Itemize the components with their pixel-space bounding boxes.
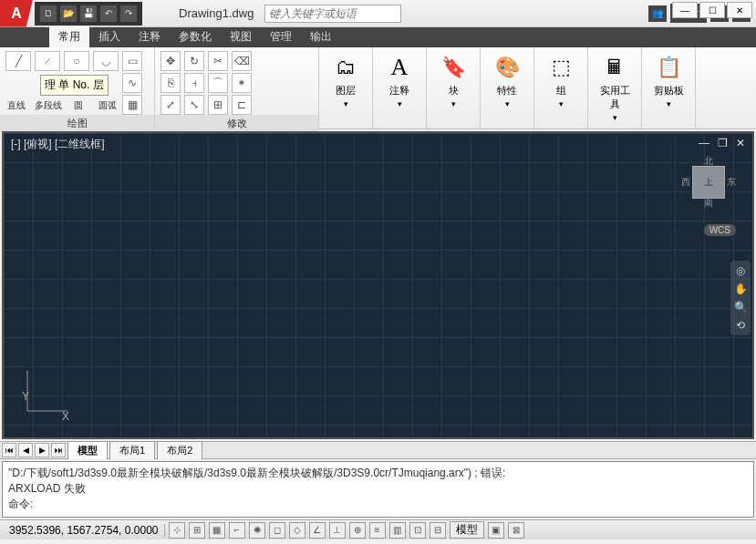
spline-icon[interactable]: ∿: [122, 73, 142, 93]
circle-icon[interactable]: ○: [64, 51, 89, 71]
new-icon[interactable]: 🗋: [40, 5, 57, 22]
app-logo[interactable]: A: [0, 0, 33, 27]
nav-zoom-icon[interactable]: 🔍: [734, 301, 748, 313]
open-icon[interactable]: 📂: [60, 5, 77, 22]
scale-icon[interactable]: ⤡: [184, 95, 204, 115]
arc-icon[interactable]: ◡: [93, 51, 119, 71]
lwt-icon[interactable]: ≡: [369, 522, 386, 539]
aux1-icon[interactable]: ▣: [488, 522, 504, 539]
otrack-icon[interactable]: ∠: [309, 522, 326, 539]
panel-draw-label: 绘图: [0, 115, 154, 132]
aux2-icon[interactable]: ⊠: [508, 522, 524, 539]
fillet-icon[interactable]: ⌒: [208, 73, 228, 93]
viewport-close-icon[interactable]: ✕: [734, 137, 747, 149]
ribbon: ╱ 直线 ⟋ 多段线 ○ 圆 ◡ 圆弧 ▭ ∿ ▦ 绘图 ✥: [0, 47, 756, 129]
block-icon: 🔖: [439, 53, 468, 82]
canvas-grid: [4, 133, 752, 437]
array-icon[interactable]: ⊞: [208, 95, 228, 115]
tab-next-icon[interactable]: ▶: [35, 443, 49, 457]
3dosnap-icon[interactable]: ◇: [289, 522, 306, 539]
nav-wheel-icon[interactable]: ◎: [736, 264, 745, 277]
polyline-icon[interactable]: ⟋: [35, 51, 60, 71]
qp-icon[interactable]: ⊡: [409, 522, 426, 539]
hatch-icon[interactable]: ▦: [122, 95, 142, 115]
ducs-icon[interactable]: ⊥: [329, 522, 346, 539]
grid-icon[interactable]: ⊞: [189, 522, 205, 539]
tab-first-icon[interactable]: ⏮: [2, 443, 16, 457]
rect-icon[interactable]: ▭: [122, 51, 142, 71]
offset-icon[interactable]: ⊏: [232, 95, 252, 115]
copy-icon[interactable]: ⎘: [161, 73, 181, 93]
nav-pan-icon[interactable]: ✋: [734, 282, 748, 295]
command-line: "D:/下载/soft1/3d3s9.0最新全模块破解版/3d3s9.0最新全模…: [8, 466, 748, 481]
quick-access-toolbar: 🗋 📂 💾 ↶ ↷: [35, 2, 142, 26]
polar-icon[interactable]: ✺: [249, 522, 265, 539]
tab-annotate[interactable]: 注释: [129, 26, 170, 47]
minimize-button[interactable]: —: [672, 2, 698, 18]
osnap-icon[interactable]: ◻: [269, 522, 285, 539]
layout-tab-model[interactable]: 模型: [67, 441, 108, 459]
title-bar: A 🗋 📂 💾 ↶ ↷ Drawing1.dwg 👥 登录 X ?: [0, 0, 756, 27]
calculator-icon: 🖩: [600, 53, 629, 82]
command-line: ARXLOAD 失败: [8, 481, 748, 497]
nav-orbit-icon[interactable]: ⟲: [736, 319, 745, 332]
redo-icon[interactable]: ↷: [120, 5, 137, 22]
tab-last-icon[interactable]: ⏭: [51, 443, 66, 457]
model-space-button[interactable]: 模型: [450, 521, 484, 539]
text-icon: A: [385, 53, 414, 82]
wcs-badge[interactable]: WCS: [704, 224, 736, 236]
ucs-icon: Y X: [20, 364, 75, 421]
search-go-icon[interactable]: 👥: [648, 5, 667, 22]
search-input[interactable]: [264, 5, 401, 23]
clipboard-icon: 📋: [654, 53, 683, 82]
move-icon[interactable]: ✥: [161, 51, 181, 71]
tab-output[interactable]: 输出: [301, 26, 341, 47]
coordinates[interactable]: 3952.5396, 1567.2754, 0.0000: [4, 524, 165, 537]
viewcube[interactable]: 北 南 东 西 上: [681, 155, 736, 210]
mirror-icon[interactable]: ⫞: [184, 73, 204, 93]
properties-button[interactable]: 🎨特性▾: [486, 51, 528, 110]
annotate-button[interactable]: A注释▾: [378, 51, 420, 110]
layer-icon: 🗂: [331, 53, 360, 82]
viewport-minimize-icon[interactable]: —: [698, 137, 710, 149]
viewport-label[interactable]: [-] [俯视] [二维线框]: [11, 137, 105, 152]
line-icon[interactable]: ╱: [5, 51, 31, 71]
panel-modify-label: 修改: [155, 115, 318, 132]
viewcube-face[interactable]: 上: [692, 166, 725, 199]
erase-icon[interactable]: ⌫: [232, 51, 252, 71]
ortho-icon[interactable]: ⌐: [229, 522, 245, 539]
layout-tab-2[interactable]: 布局2: [157, 441, 202, 459]
rotate-icon[interactable]: ↻: [184, 51, 204, 71]
maximize-button[interactable]: ☐: [699, 2, 725, 18]
layout-tabs: ⏮ ◀ ▶ ⏭ 模型 布局1 布局2: [0, 441, 756, 459]
command-window[interactable]: "D:/下载/soft1/3d3s9.0最新全模块破解版/3d3s9.0最新全模…: [2, 461, 754, 518]
tab-prev-icon[interactable]: ◀: [18, 443, 33, 457]
close-button[interactable]: ✕: [727, 2, 752, 18]
tab-home[interactable]: 常用: [49, 26, 89, 47]
grid2-icon[interactable]: ▦: [209, 522, 225, 539]
trim-icon[interactable]: ✂: [208, 51, 228, 71]
tab-parametric[interactable]: 参数化: [170, 26, 221, 47]
layer-button[interactable]: 🗂图层▾: [325, 51, 367, 110]
status-bar: 3952.5396, 1567.2754, 0.0000 ⊹ ⊞ ▦ ⌐ ✺ ◻…: [0, 519, 756, 539]
group-icon: ⬚: [546, 53, 575, 82]
undo-icon[interactable]: ↶: [100, 5, 117, 22]
tab-manage[interactable]: 管理: [261, 26, 301, 47]
utilities-button[interactable]: 🖩实用工具▾: [594, 51, 636, 124]
clipboard-button[interactable]: 📋剪贴板▾: [647, 51, 689, 110]
navigation-bar: ◎ ✋ 🔍 ⟲: [730, 261, 751, 335]
dyn-icon[interactable]: ⊕: [349, 522, 366, 539]
snap-icon[interactable]: ⊹: [169, 522, 185, 539]
layout-tab-1[interactable]: 布局1: [109, 441, 155, 459]
sc-icon[interactable]: ⊟: [430, 522, 446, 539]
save-icon[interactable]: 💾: [80, 5, 97, 22]
tpy-icon[interactable]: ▥: [389, 522, 406, 539]
tab-view[interactable]: 视图: [221, 26, 261, 47]
explode-icon[interactable]: ✴: [232, 73, 252, 93]
tab-insert[interactable]: 插入: [89, 26, 129, 47]
drawing-canvas[interactable]: [-] [俯视] [二维线框] — ❐ ✕ 北 南 东 西 上 WCS ◎ ✋ …: [2, 131, 754, 439]
stretch-icon[interactable]: ⤢: [161, 95, 181, 115]
block-button[interactable]: 🔖块▾: [432, 51, 474, 110]
viewport-restore-icon[interactable]: ❐: [716, 137, 729, 149]
group-button[interactable]: ⬚组▾: [540, 51, 582, 110]
